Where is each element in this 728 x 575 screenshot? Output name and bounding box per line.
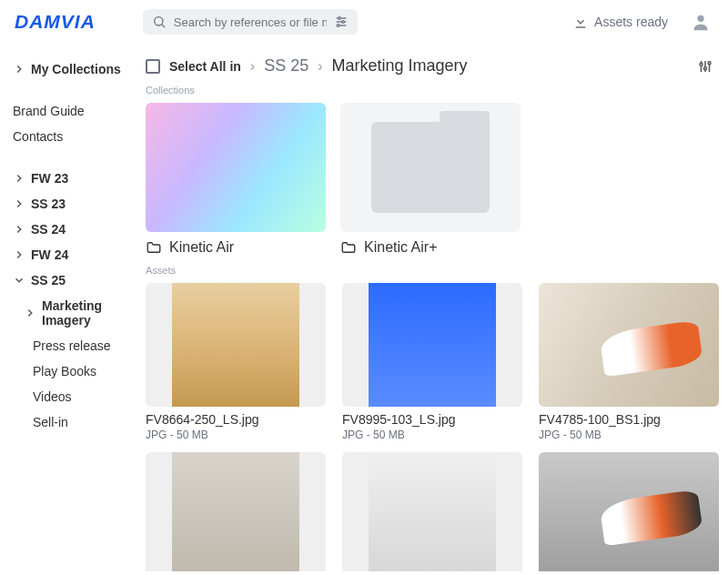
sidebar-contacts[interactable]: Contacts	[13, 124, 146, 149]
asset-thumb	[146, 452, 326, 571]
collection-card[interactable]: Kinetic Air+	[340, 103, 521, 256]
sidebar-item-label: SS 23	[31, 197, 66, 211]
user-menu[interactable]	[688, 9, 713, 35]
sidebar-item-label: FW 23	[31, 171, 68, 186]
folder-icon	[146, 239, 162, 256]
sidebar-item-label: SS 24	[31, 222, 66, 237]
sidebar-item-label: Videos	[33, 389, 72, 404]
asset-card[interactable]	[342, 452, 522, 571]
svg-point-8	[697, 15, 703, 22]
asset-meta: JPG - 50 MB	[539, 429, 719, 441]
chevron-right-icon	[24, 307, 36, 319]
assets-section-label: Assets	[146, 265, 713, 276]
sidebar-item-label: Marketing Imagery	[42, 298, 146, 328]
asset-card[interactable]: FV8664-250_LS.jpg JPG - 50 MB	[146, 283, 326, 441]
chevron-right-icon	[13, 223, 25, 236]
sidebar-item-label: SS 25	[31, 273, 66, 288]
sidebar-item-label: Contacts	[13, 129, 63, 144]
asset-thumb	[342, 452, 522, 571]
assets-ready-button[interactable]: Assets ready	[572, 14, 668, 30]
breadcrumb-bar: Select All in › SS 25 › Marketing Imager…	[146, 56, 713, 76]
filter-sliders-icon[interactable]	[334, 15, 349, 29]
asset-thumb	[539, 283, 719, 407]
sidebar: My Collections Brand Guide Contacts FW 2…	[0, 44, 146, 571]
assets-ready-label: Assets ready	[594, 15, 668, 29]
asset-thumb	[342, 283, 522, 407]
sidebar-item-label: Press release	[33, 338, 111, 353]
top-bar: DAMVIA Assets ready	[0, 0, 728, 44]
collection-name: Kinetic Air+	[364, 239, 437, 256]
asset-card[interactable]	[146, 452, 326, 571]
collection-card[interactable]: Kinetic Air	[146, 103, 326, 256]
search-icon	[152, 15, 167, 29]
sidebar-item-label: Sell-in	[33, 415, 68, 429]
sidebar-season-ss23[interactable]: SS 23	[13, 191, 146, 217]
asset-card[interactable]	[539, 452, 719, 571]
svg-point-14	[708, 61, 711, 64]
main-content: Select All in › SS 25 › Marketing Imager…	[146, 44, 728, 571]
svg-point-7	[337, 25, 339, 27]
asset-filename: FV8664-250_LS.jpg	[146, 412, 326, 427]
breadcrumb-ss25[interactable]: SS 25	[264, 56, 308, 76]
search-input[interactable]	[174, 15, 327, 29]
asset-card[interactable]: FV8995-103_LS.jpg JPG - 50 MB	[342, 283, 522, 441]
sidebar-season-ss25[interactable]: SS 25	[13, 267, 146, 293]
chevron-right-icon	[13, 248, 25, 261]
asset-meta: JPG - 50 MB	[342, 429, 522, 441]
chevron-right-icon	[13, 172, 25, 185]
collections-section-label: Collections	[146, 85, 713, 96]
chevron-down-icon	[13, 274, 25, 287]
download-icon	[572, 14, 589, 30]
asset-meta: JPG - 50 MB	[146, 429, 326, 441]
empty-folder-icon	[371, 122, 490, 213]
sidebar-item-label: FW 24	[31, 247, 68, 262]
svg-point-13	[704, 66, 707, 69]
sidebar-season-fw23[interactable]: FW 23	[13, 166, 146, 191]
asset-filename: FV8995-103_LS.jpg	[342, 412, 522, 427]
select-all-checkbox[interactable]	[146, 59, 160, 74]
collection-thumb	[146, 103, 326, 232]
collection-name: Kinetic Air	[169, 239, 234, 256]
chevron-right-icon: ›	[318, 58, 322, 75]
sidebar-play-books[interactable]: Play Books	[24, 358, 146, 384]
user-icon	[691, 12, 711, 32]
asset-thumb	[539, 452, 719, 571]
svg-point-0	[155, 17, 163, 25]
sidebar-item-label: Play Books	[33, 364, 96, 378]
search-box[interactable]	[143, 9, 358, 35]
sidebar-item-label: My Collections	[31, 62, 121, 76]
select-all-label: Select All in	[169, 59, 241, 74]
sidebar-brand-guide[interactable]: Brand Guide	[13, 98, 146, 124]
svg-point-6	[342, 21, 345, 24]
svg-point-5	[339, 17, 341, 20]
asset-card[interactable]: FV4785-100_BS1.jpg JPG - 50 MB	[539, 283, 719, 441]
sidebar-my-collections[interactable]: My Collections	[13, 56, 146, 82]
sidebar-item-label: Brand Guide	[13, 104, 85, 118]
sliders-icon	[697, 58, 713, 75]
chevron-right-icon	[13, 197, 25, 210]
asset-thumb	[146, 283, 326, 407]
asset-filename: FV4785-100_BS1.jpg	[539, 412, 719, 427]
sidebar-sell-in[interactable]: Sell-in	[24, 409, 146, 435]
collection-thumb	[340, 103, 521, 232]
sidebar-press-release[interactable]: Press release	[24, 333, 146, 358]
svg-line-1	[162, 25, 165, 27]
svg-point-12	[700, 63, 703, 66]
brand-logo[interactable]: DAMVIA	[15, 11, 96, 33]
settings-sliders-button[interactable]	[697, 58, 713, 75]
chevron-right-icon: ›	[250, 58, 255, 75]
folder-icon	[340, 239, 357, 256]
breadcrumb-current: Marketing Imagery	[332, 56, 468, 76]
sidebar-season-fw24[interactable]: FW 24	[13, 242, 146, 267]
chevron-right-icon	[13, 63, 25, 76]
sidebar-marketing-imagery[interactable]: Marketing Imagery	[24, 293, 146, 333]
sidebar-videos[interactable]: Videos	[24, 384, 146, 409]
sidebar-season-ss24[interactable]: SS 24	[13, 217, 146, 242]
